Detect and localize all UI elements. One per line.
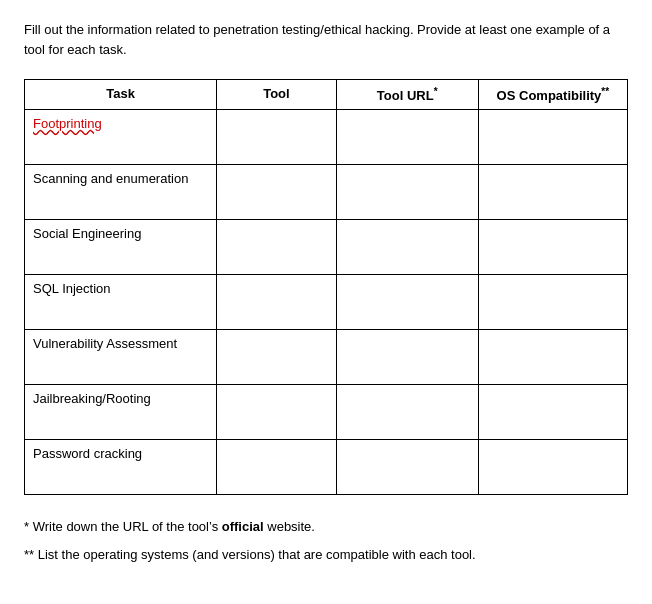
os-cell [478,330,627,385]
table-row: Jailbreaking/Rooting [25,385,628,440]
footnotes: * Write down the URL of the tool’s offic… [24,515,628,566]
footprinting-label: Footprinting [33,116,102,131]
url-cell [336,165,478,220]
tool-cell [217,275,337,330]
table-row: Scanning and enumeration [25,165,628,220]
task-cell: SQL Injection [25,275,217,330]
url-cell [336,275,478,330]
table-row: Password cracking [25,440,628,495]
table-row: Social Engineering [25,220,628,275]
os-cell [478,440,627,495]
intro-text: Fill out the information related to pene… [24,20,628,59]
task-cell: Vulnerability Assessment [25,330,217,385]
footnote-2: ** List the operating systems (and versi… [24,543,628,566]
os-cell [478,110,627,165]
tool-cell [217,440,337,495]
col-header-os: OS Compatibility** [478,80,627,110]
os-cell [478,275,627,330]
task-cell: Social Engineering [25,220,217,275]
tool-cell [217,220,337,275]
url-cell [336,440,478,495]
url-cell [336,330,478,385]
task-cell: Jailbreaking/Rooting [25,385,217,440]
url-cell [336,110,478,165]
os-cell [478,385,627,440]
col-header-task: Task [25,80,217,110]
footnote-1: * Write down the URL of the tool’s offic… [24,515,628,538]
os-cell [478,220,627,275]
main-table: Task Tool Tool URL* OS Compatibility** F… [24,79,628,495]
col-header-url: Tool URL* [336,80,478,110]
col-header-tool: Tool [217,80,337,110]
tool-cell [217,165,337,220]
task-cell: Scanning and enumeration [25,165,217,220]
task-cell: Footprinting [25,110,217,165]
table-row: Footprinting [25,110,628,165]
task-cell: Password cracking [25,440,217,495]
tool-cell [217,110,337,165]
table-row: SQL Injection [25,275,628,330]
url-cell [336,220,478,275]
table-row: Vulnerability Assessment [25,330,628,385]
tool-cell [217,330,337,385]
os-cell [478,165,627,220]
url-cell [336,385,478,440]
tool-cell [217,385,337,440]
